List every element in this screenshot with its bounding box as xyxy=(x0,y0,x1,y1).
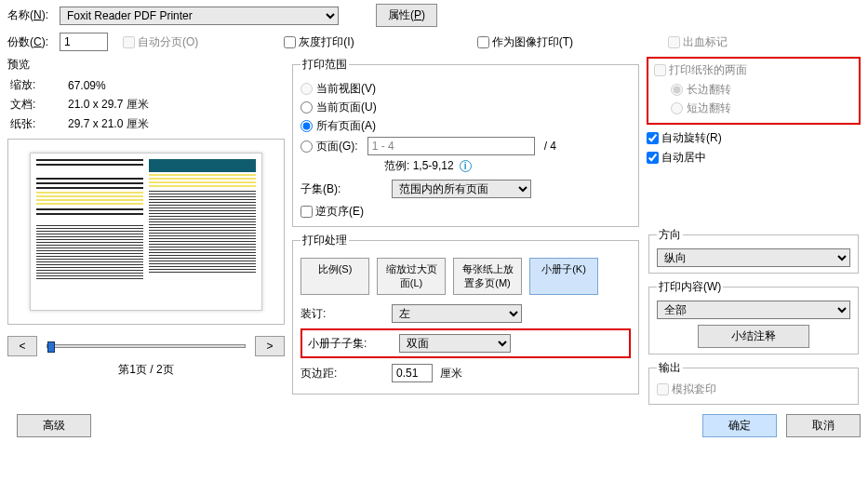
radio-all-pages[interactable]: 所有页面(A) xyxy=(300,118,631,134)
simulate-checkbox: 模拟套印 xyxy=(657,381,716,397)
booklet-subset-label: 小册子子集: xyxy=(308,336,392,352)
tab-tile[interactable]: 缩放过大页面(L) xyxy=(377,258,446,295)
auto-rotate-checkbox[interactable]: 自动旋转(R) xyxy=(647,130,861,146)
advanced-button[interactable]: 高级 xyxy=(17,414,91,437)
copies-label: 份数(C): xyxy=(7,34,48,50)
radio-current-page[interactable]: 当前页面(U) xyxy=(300,100,631,115)
summarize-button[interactable]: 小结注释 xyxy=(698,325,809,348)
name-label: 名称(N): xyxy=(7,7,48,23)
tab-scale[interactable]: 比例(S) xyxy=(300,258,369,295)
doc-label: 文档: xyxy=(9,96,65,114)
preview-box xyxy=(7,139,285,325)
doc-value: 21.0 x 29.7 厘米 xyxy=(67,96,150,114)
bleed-checkbox: 出血标记 xyxy=(668,34,728,50)
pages-input[interactable] xyxy=(367,137,535,155)
next-page-button[interactable]: > xyxy=(255,336,285,356)
paper-label: 纸张: xyxy=(9,115,65,133)
both-sides-checkbox: 打印纸张的两面 xyxy=(654,62,747,78)
margin-label: 页边距: xyxy=(300,366,384,381)
margin-unit: 厘米 xyxy=(440,366,462,381)
auto-center-checkbox[interactable]: 自动居中 xyxy=(647,150,861,166)
pages-total: / 4 xyxy=(544,140,556,153)
handling-title: 打印处理 xyxy=(300,233,349,248)
subset-select[interactable]: 范围内的所有页面 xyxy=(392,180,531,198)
info-icon[interactable]: i xyxy=(460,160,472,172)
tab-booklet[interactable]: 小册子(K) xyxy=(529,258,598,295)
prev-page-button[interactable]: < xyxy=(7,336,37,356)
long-edge-radio: 长边翻转 xyxy=(671,82,853,98)
binding-label: 装订: xyxy=(300,306,384,322)
output-title: 输出 xyxy=(657,360,683,376)
collate-checkbox: 自动分页(O) xyxy=(123,34,198,50)
orientation-title: 方向 xyxy=(657,227,683,243)
ok-button[interactable]: 确定 xyxy=(702,414,777,437)
as-image-checkbox[interactable]: 作为图像打印(T) xyxy=(477,34,573,50)
tab-multi[interactable]: 每张纸上放置多页(M) xyxy=(453,258,522,295)
short-edge-radio: 短边翻转 xyxy=(671,100,853,116)
zoom-label: 缩放: xyxy=(9,76,65,94)
preview-title: 预览 xyxy=(7,57,285,73)
properties-button[interactable]: 属性(P) xyxy=(376,4,437,27)
printer-select[interactable]: Foxit Reader PDF Printer xyxy=(60,7,339,25)
page-indicator: 第1页 / 2页 xyxy=(7,362,285,378)
radio-current-view[interactable]: 当前视图(V) xyxy=(300,81,631,97)
orientation-select[interactable]: 纵向 xyxy=(657,248,850,267)
binding-select[interactable]: 左 xyxy=(392,304,522,323)
pages-label: 页面(G): xyxy=(316,139,358,154)
cancel-button[interactable]: 取消 xyxy=(786,414,861,437)
booklet-subset-select[interactable]: 双面 xyxy=(399,334,511,353)
grayscale-checkbox[interactable]: 灰度打印(I) xyxy=(284,34,354,50)
zoom-value: 67.09% xyxy=(67,76,150,94)
range-title: 打印范围 xyxy=(300,57,349,73)
subset-label: 子集(B): xyxy=(300,181,384,197)
paper-value: 29.7 x 21.0 厘米 xyxy=(67,115,150,133)
content-select[interactable]: 全部 xyxy=(657,301,850,319)
reverse-checkbox[interactable]: 逆页序(E) xyxy=(300,204,364,220)
range-example: 范例: 1,5-9,12 xyxy=(384,158,454,174)
radio-pages[interactable] xyxy=(300,140,313,153)
margin-input[interactable] xyxy=(392,364,433,382)
content-title: 打印内容(W) xyxy=(657,279,723,295)
copies-input[interactable] xyxy=(60,33,108,51)
page-slider[interactable] xyxy=(47,344,246,348)
